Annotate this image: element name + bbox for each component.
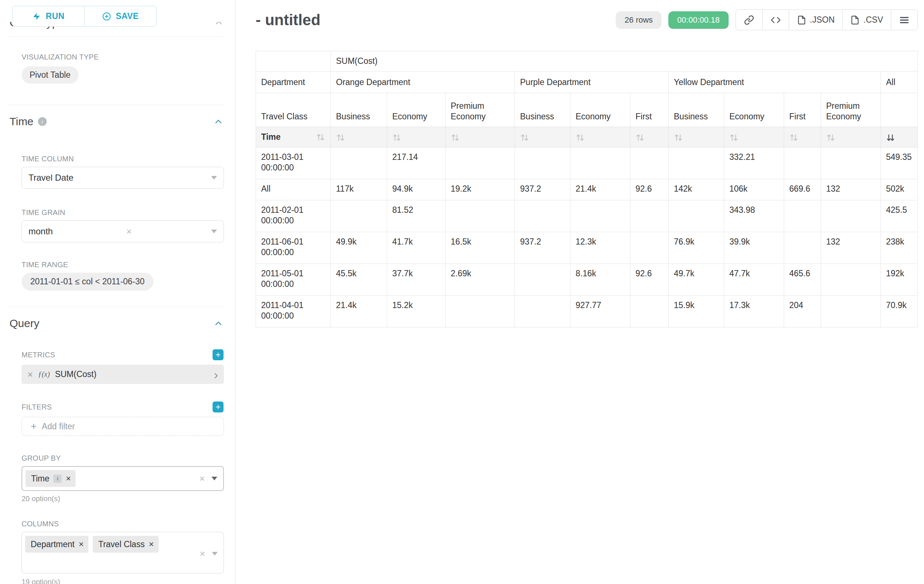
- groupby-pill[interactable]: Timei×: [26, 470, 76, 487]
- chart-header-actions: 26 rows 00:00:00.18 .JSON .CSV: [616, 10, 918, 30]
- pivot-row: 2011-02-01 00:00:0081.52343.98425.5: [256, 201, 918, 232]
- caret-down-icon[interactable]: [211, 477, 217, 480]
- pivot-row: 2011-06-01 00:00:0049.9k41.7k16.5k937.21…: [256, 232, 918, 264]
- travel-class-col-header: Economy: [387, 93, 446, 127]
- pivot-row-header: All: [256, 179, 331, 201]
- sort-icon[interactable]: [635, 133, 645, 142]
- control-panel-sidebar: Chart Type VISUALIZATION TYPE Pivot Tabl…: [0, 0, 236, 584]
- pivot-value-cell: 37.7k: [387, 264, 446, 296]
- sort-icon[interactable]: [729, 133, 739, 142]
- time-grain-label: TIME GRAIN: [21, 209, 223, 217]
- sort-icon[interactable]: [450, 133, 460, 142]
- export-json-button[interactable]: .JSON: [789, 10, 843, 30]
- pivot-row-header: 2011-05-01 00:00:00: [256, 264, 331, 296]
- remove-option-icon[interactable]: ×: [66, 474, 71, 483]
- clear-icon[interactable]: ×: [126, 227, 132, 236]
- sort-cell[interactable]: [669, 127, 724, 148]
- share-link-button[interactable]: [736, 10, 762, 30]
- pivot-value-cell: 132: [821, 179, 881, 201]
- caret-down-icon[interactable]: [211, 176, 217, 179]
- chart-title[interactable]: - untitled: [256, 12, 320, 29]
- pivot-value-cell: 45.5k: [331, 264, 387, 296]
- pivot-value-cell: 106k: [724, 179, 784, 201]
- travel-class-col-header: First: [784, 93, 821, 127]
- pivot-value-cell: [821, 201, 881, 232]
- caret-down-icon[interactable]: [212, 552, 218, 556]
- sort-cell[interactable]: [387, 127, 446, 148]
- export-csv-button[interactable]: .CSV: [842, 10, 891, 30]
- remove-option-icon[interactable]: ×: [79, 540, 84, 549]
- groupby-options-hint: 20 option(s): [21, 495, 223, 503]
- sort-icon[interactable]: [316, 133, 325, 142]
- view-query-button[interactable]: [762, 10, 789, 30]
- sort-icon[interactable]: [826, 133, 836, 142]
- sort-cell[interactable]: [881, 127, 918, 148]
- pivot-table: SUM(Cost) DepartmentOrange DepartmentPur…: [256, 51, 918, 327]
- metric-item[interactable]: × ƒ(x) SUM(Cost) ›: [21, 365, 224, 384]
- pivot-value-cell: 117k: [331, 179, 387, 201]
- columns-label-row: COLUMNS: [21, 520, 223, 528]
- sort-cell[interactable]: [331, 127, 387, 148]
- add-metric-button[interactable]: +: [213, 349, 223, 360]
- sort-desc-icon[interactable]: [886, 133, 896, 142]
- sort-cell[interactable]: [571, 127, 630, 148]
- sort-cell[interactable]: [821, 127, 881, 148]
- sort-icon[interactable]: [674, 133, 683, 142]
- remove-metric-icon[interactable]: ×: [27, 370, 33, 379]
- pivot-value-cell: 502k: [881, 179, 918, 201]
- chart-header: - untitled 26 rows 00:00:00.18 .JSON: [256, 10, 918, 30]
- pivot-value-cell: 92.6: [630, 264, 669, 296]
- sort-cell[interactable]: [630, 127, 669, 148]
- travel-class-col-header: Premium Economy: [446, 93, 515, 127]
- run-button[interactable]: RUN: [12, 6, 85, 26]
- time-grain-select[interactable]: month ×: [21, 220, 224, 242]
- pivot-value-cell: [331, 148, 387, 179]
- pivot-value-cell: [784, 148, 821, 179]
- chevron-up-icon[interactable]: [213, 117, 223, 127]
- save-button[interactable]: SAVE: [84, 6, 157, 26]
- pivot-value-cell: 70.9k: [881, 296, 918, 327]
- groupby-label: GROUP BY: [21, 454, 61, 462]
- sort-cell[interactable]: [724, 127, 784, 148]
- time-section-header: Time i: [10, 115, 223, 128]
- function-icon: ƒ(x): [38, 370, 50, 378]
- caret-down-icon[interactable]: [211, 230, 217, 233]
- columns-select[interactable]: Department×Travel Class× ×: [21, 532, 224, 573]
- groupby-select[interactable]: Timei× ×: [21, 466, 224, 491]
- pivot-value-cell: 425.5: [881, 201, 918, 232]
- add-filter-button[interactable]: +: [213, 401, 223, 413]
- time-column-select[interactable]: Travel Date: [21, 167, 224, 189]
- columns-pill[interactable]: Travel Class×: [93, 536, 158, 553]
- sort-icon[interactable]: [336, 133, 345, 142]
- time-range-value[interactable]: 2011-01-01 ≤ col < 2011-06-30: [21, 273, 153, 291]
- pivot-value-cell: 927.77: [571, 296, 630, 327]
- columns-pill[interactable]: Department×: [25, 536, 88, 553]
- pivot-value-cell: 49.9k: [331, 232, 387, 264]
- pivot-value-cell: 17.3k: [724, 296, 784, 327]
- sort-icon[interactable]: [576, 133, 585, 142]
- pivot-value-cell: [784, 232, 821, 264]
- pivot-value-cell: [571, 201, 630, 232]
- add-filter-dropzone[interactable]: + Add filter: [21, 417, 224, 436]
- bolt-icon: [32, 12, 41, 21]
- more-options-button[interactable]: [891, 10, 918, 30]
- time-axis-label: Time: [261, 132, 280, 142]
- pivot-value-cell: 142k: [669, 179, 724, 201]
- caret-right-icon[interactable]: ›: [214, 368, 218, 381]
- chevron-up-icon[interactable]: [213, 318, 223, 329]
- clear-icon[interactable]: ×: [200, 474, 205, 483]
- clear-icon[interactable]: ×: [200, 549, 205, 558]
- remove-option-icon[interactable]: ×: [148, 540, 154, 549]
- sort-icon[interactable]: [520, 133, 530, 142]
- sort-icon[interactable]: [392, 133, 402, 142]
- visualization-type-value[interactable]: Pivot Table: [21, 66, 79, 84]
- travel-class-col-header: Economy: [724, 93, 784, 127]
- sort-cell[interactable]: [446, 127, 515, 148]
- sort-cell[interactable]: [784, 127, 821, 148]
- sort-cell[interactable]: [515, 127, 571, 148]
- groupby-pill-label: Time: [31, 474, 49, 484]
- pivot-value-cell: [784, 201, 821, 232]
- sort-icon[interactable]: [789, 133, 799, 142]
- code-icon: [771, 15, 781, 25]
- pivot-value-cell: 217.14: [387, 148, 446, 179]
